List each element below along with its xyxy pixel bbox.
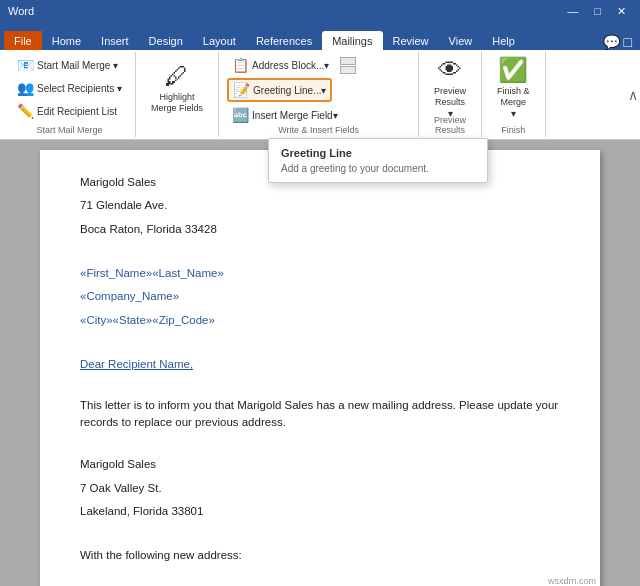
tab-review[interactable]: Review <box>383 31 439 50</box>
group-label-finish: Finish <box>482 125 545 135</box>
highlight-icon: 🖊 <box>165 62 189 90</box>
address-block-row: 📋 Address Block... ▾ <box>227 54 356 76</box>
insert-merge-field-row: 🔤 Insert Merge Field ▾ <box>227 104 343 126</box>
preview-label: PreviewResults <box>434 86 466 108</box>
preview-icon: 👁 <box>438 56 462 84</box>
recipients-icon: 👥 <box>17 80 34 96</box>
highlight-label: HighlightMerge Fields <box>151 92 203 114</box>
document-page: Marigold Sales 71 Glendale Ave. Boca Rat… <box>40 150 600 586</box>
close-button[interactable]: ✕ <box>611 5 632 18</box>
insert-merge-field-button[interactable]: 🔤 Insert Merge Field ▾ <box>227 104 343 126</box>
tab-file[interactable]: File <box>4 31 42 50</box>
address-block-icon: 📋 <box>232 57 249 73</box>
transition-text: With the following new address: <box>80 547 560 564</box>
greeting-line-row: 📝 Greeting Line... ▾ <box>227 78 332 102</box>
tab-home[interactable]: Home <box>42 31 91 50</box>
group-preview-results: 👁 PreviewResults ▾ Preview Results <box>419 52 482 137</box>
body-paragraph-1: This letter is to inform you that Marigo… <box>80 397 560 432</box>
insert-merge-icon: 🔤 <box>232 107 249 123</box>
tab-help[interactable]: Help <box>482 31 525 50</box>
merge-location[interactable]: «City»«State»«Zip_Code» <box>80 312 560 329</box>
watermark: wsxdrn.com <box>548 575 596 587</box>
tab-mailings[interactable]: Mailings <box>322 31 382 50</box>
greeting-line[interactable]: Dear Recipient Name, <box>80 356 560 373</box>
merge-fields-block: «First_Name»«Last_Name» «Company_Name» «… <box>80 265 560 329</box>
group-label-start-mail-merge: Start Mail Merge <box>4 125 135 135</box>
preview-results-button[interactable]: 👁 PreviewResults ▾ <box>427 56 473 120</box>
edit-recipient-list-button[interactable]: ✏️ Edit Recipient List <box>12 100 127 122</box>
merge-company[interactable]: «Company_Name» <box>80 288 560 305</box>
ribbon: 📧 Start Mail Merge ▾ 👥 Select Recipients… <box>0 50 640 140</box>
sender-street: 71 Glendale Ave. <box>80 197 560 214</box>
address-block-dropdown-icon: ▾ <box>324 60 329 71</box>
tab-references[interactable]: References <box>246 31 322 50</box>
start-mail-merge-button[interactable]: 📧 Start Mail Merge ▾ <box>12 54 127 76</box>
dropdown-description: Add a greeting to your document. <box>281 163 475 174</box>
tab-view[interactable]: View <box>439 31 483 50</box>
old-address-street: 7 Oak Valley St. <box>80 480 560 497</box>
tab-insert[interactable]: Insert <box>91 31 139 50</box>
group-label-preview: Preview Results <box>419 115 481 135</box>
document-area: Marigold Sales 71 Glendale Ave. Boca Rat… <box>0 140 640 586</box>
group-finish: ✅ Finish &Merge ▾ Finish <box>482 52 546 137</box>
greeting-line-icon: 📝 <box>233 82 250 98</box>
group-highlight: 🖊 HighlightMerge Fields <box>136 52 219 137</box>
address-block-button[interactable]: 📋 Address Block... ▾ <box>227 54 334 76</box>
minimize-button[interactable]: — <box>561 5 584 18</box>
finish-content: ✅ Finish &Merge ▾ <box>490 54 537 135</box>
greeting-line-dropdown-icon: ▾ <box>321 85 326 96</box>
title-bar: Word — □ ✕ <box>0 0 640 22</box>
rules-down-icon[interactable] <box>340 66 356 74</box>
ribbon-tabs: File Home Insert Design Layout Reference… <box>0 22 640 50</box>
share-icon[interactable]: □ <box>624 34 632 50</box>
address-block-label: Address Block... <box>252 60 324 71</box>
highlight-content: 🖊 HighlightMerge Fields <box>144 54 210 135</box>
select-recipients-button[interactable]: 👥 Select Recipients ▾ <box>12 77 127 99</box>
group-start-mail-merge: 📧 Start Mail Merge ▾ 👥 Select Recipients… <box>4 52 136 137</box>
greeting-line-button[interactable]: 📝 Greeting Line... ▾ <box>227 78 332 102</box>
finish-dropdown-icon: ▾ <box>511 108 516 119</box>
group-content: 📧 Start Mail Merge ▾ 👥 Select Recipients… <box>12 54 127 136</box>
merge-name[interactable]: «First_Name»«Last_Name» <box>80 265 560 282</box>
maximize-button[interactable]: □ <box>588 5 607 18</box>
group-label-write-insert: Write & Insert Fields <box>219 125 418 135</box>
title-text: Word <box>8 5 34 17</box>
dropdown-title: Greeting Line <box>281 147 475 159</box>
comments-icon[interactable]: 💬 <box>603 34 620 50</box>
edit-list-icon: ✏️ <box>17 103 34 119</box>
greeting-line-dropdown-menu: Greeting Line Add a greeting to your doc… <box>268 138 488 183</box>
window-controls[interactable]: — □ ✕ <box>561 5 632 18</box>
old-address-name: Marigold Sales <box>80 456 560 473</box>
tab-layout[interactable]: Layout <box>193 31 246 50</box>
highlight-merge-fields-button[interactable]: 🖊 HighlightMerge Fields <box>144 56 210 120</box>
ribbon-collapse-button[interactable]: ∧ <box>628 87 638 103</box>
tab-design[interactable]: Design <box>139 31 193 50</box>
sender-city: Boca Raton, Florida 33428 <box>80 221 560 238</box>
start-mail-merge-stack: 📧 Start Mail Merge ▾ 👥 Select Recipients… <box>12 54 127 122</box>
sender-address-block: Marigold Sales 71 Glendale Ave. Boca Rat… <box>80 174 560 238</box>
group-write-insert: 📋 Address Block... ▾ 📝 Greeting Line... … <box>219 52 419 137</box>
insert-merge-dropdown-icon: ▾ <box>333 110 338 121</box>
mail-merge-icon: 📧 <box>17 57 34 73</box>
finish-merge-button[interactable]: ✅ Finish &Merge ▾ <box>490 56 537 120</box>
old-address-city: Lakeland, Florida 33801 <box>80 503 560 520</box>
insert-merge-field-label: Insert Merge Field <box>252 110 333 121</box>
greeting-line-label: Greeting Line... <box>253 85 321 96</box>
edit-recipient-list-label: Edit Recipient List <box>37 106 117 117</box>
rules-up-icon[interactable] <box>340 57 356 65</box>
select-recipients-label: Select Recipients ▾ <box>37 83 122 94</box>
finish-icon: ✅ <box>498 56 528 84</box>
finish-label: Finish &Merge <box>497 86 530 108</box>
old-address-block: Marigold Sales 7 Oak Valley St. Lakeland… <box>80 456 560 520</box>
start-mail-merge-label: Start Mail Merge ▾ <box>37 60 118 71</box>
